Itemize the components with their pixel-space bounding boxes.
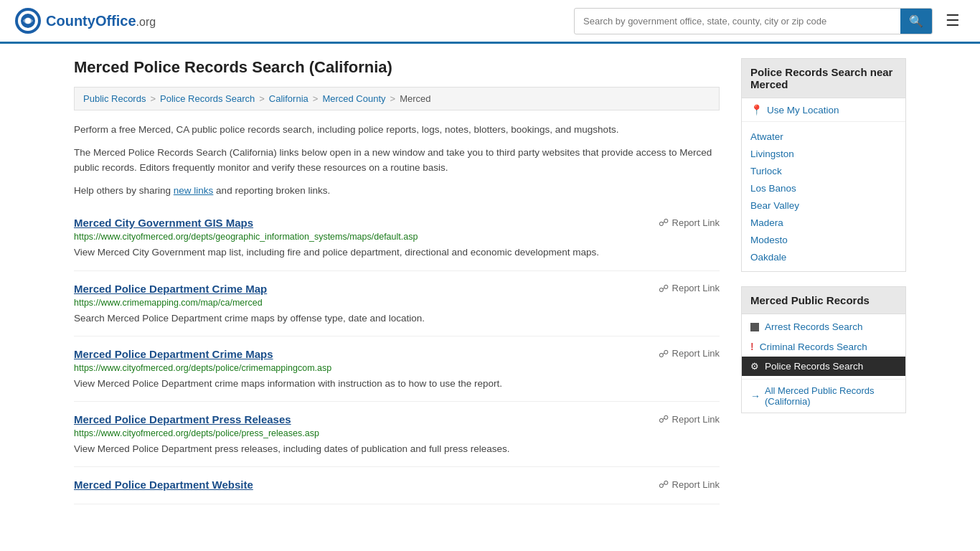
report-icon: ☍ — [659, 413, 669, 425]
breadcrumb: Public Records > Police Records Search >… — [74, 87, 720, 110]
report-icon: ☍ — [659, 217, 669, 228]
public-records-item[interactable]: Arrest Records Search — [742, 317, 905, 336]
nearby-list-item: Livingston — [742, 145, 905, 162]
report-icon: ☍ — [659, 479, 669, 490]
header: CountyOffice.org 🔍 ☰ — [0, 0, 980, 44]
logo-icon — [14, 7, 42, 34]
result-url[interactable]: https://www.cityofmerced.org/depts/geogr… — [74, 232, 720, 242]
result-url[interactable]: https://www.cityofmerced.org/depts/polic… — [74, 363, 720, 373]
report-link[interactable]: ☍ Report Link — [659, 413, 720, 425]
result-item: Merced Police Department Crime Map ☍ Rep… — [74, 271, 720, 336]
result-title[interactable]: Merced Police Department Crime Map — [74, 283, 267, 295]
nearby-section-title: Police Records Search near Merced — [742, 59, 905, 98]
exclamation-icon: ! — [750, 341, 754, 352]
nearby-list-item: Madera — [742, 214, 905, 231]
description-3: Help others by sharing new links and rep… — [74, 183, 720, 199]
result-description: View Merced City Government map list, in… — [74, 245, 720, 260]
result-url[interactable]: https://www.crimemapping.com/map/ca/merc… — [74, 298, 720, 308]
breadcrumb-item-public-records[interactable]: Public Records — [83, 93, 146, 104]
nearby-list: AtwaterLivingstonTurlockLos BanosBear Va… — [742, 122, 905, 271]
public-records-item[interactable]: ⚙ Police Records Search — [742, 357, 905, 376]
result-url[interactable]: https://www.cityofmerced.org/depts/polic… — [74, 428, 720, 438]
nearby-list-item: Bear Valley — [742, 197, 905, 214]
logo-text: CountyOffice.org — [46, 13, 156, 29]
result-header: Merced City Government GIS Maps ☍ Report… — [74, 217, 720, 229]
results-container: Merced City Government GIS Maps ☍ Report… — [74, 205, 720, 504]
result-title[interactable]: Merced City Government GIS Maps — [74, 217, 253, 229]
report-link-label: Report Link — [672, 283, 720, 293]
all-records-link-container: → All Merced Public Records (California) — [742, 379, 905, 413]
result-header: Merced Police Department Crime Map ☍ Rep… — [74, 283, 720, 295]
nearby-link[interactable]: Bear Valley — [750, 200, 799, 211]
result-title[interactable]: Merced Police Department Press Releases — [74, 413, 291, 425]
nearby-list-item: Los Banos — [742, 179, 905, 197]
breadcrumb-item-police-records-search[interactable]: Police Records Search — [160, 93, 255, 104]
page-title: Merced Police Records Search (California… — [74, 58, 720, 77]
search-input[interactable] — [575, 10, 900, 32]
result-item: Merced City Government GIS Maps ☍ Report… — [74, 205, 720, 270]
pin-icon: 📍 — [750, 104, 763, 116]
result-title[interactable]: Merced Police Department Crime Maps — [74, 348, 273, 360]
public-records-link[interactable]: Criminal Records Search — [760, 342, 867, 352]
nearby-section: Police Records Search near Merced 📍 Use … — [741, 58, 906, 272]
result-description: View Merced Police Department crime maps… — [74, 377, 720, 391]
sidebar: Police Records Search near Merced 📍 Use … — [741, 58, 906, 504]
search-button[interactable]: 🔍 — [900, 9, 932, 34]
report-link-label: Report Link — [672, 217, 720, 228]
public-records-link[interactable]: Arrest Records Search — [765, 321, 863, 332]
nearby-list-item: Turlock — [742, 162, 905, 179]
nearby-link[interactable]: Livingston — [750, 149, 794, 159]
use-location-btn[interactable]: 📍 Use My Location — [742, 98, 905, 122]
result-description: Search Merced Police Department crime ma… — [74, 311, 720, 326]
report-link[interactable]: ☍ Report Link — [659, 283, 720, 294]
nearby-link[interactable]: Oakdale — [750, 252, 786, 263]
report-link[interactable]: ☍ Report Link — [659, 479, 720, 490]
content-area: Merced Police Records Search (California… — [74, 58, 720, 504]
description-2: The Merced Police Records Search (Califo… — [74, 145, 720, 176]
main-container: Merced Police Records Search (California… — [60, 44, 920, 519]
breadcrumb-sep-4: > — [390, 93, 396, 104]
breadcrumb-item-merced-county[interactable]: Merced County — [322, 93, 385, 104]
new-links-link[interactable]: new links — [174, 185, 214, 196]
svg-point-3 — [25, 18, 31, 24]
report-icon: ☍ — [659, 283, 669, 294]
search-area: 🔍 ☰ — [574, 8, 966, 34]
breadcrumb-sep-2: > — [259, 93, 265, 104]
gear-icon: ⚙ — [750, 361, 759, 372]
result-header: Merced Police Department Website ☍ Repor… — [74, 479, 720, 491]
result-description: View Merced Police Department press rele… — [74, 442, 720, 456]
result-item: Merced Police Department Crime Maps ☍ Re… — [74, 336, 720, 402]
breadcrumb-sep-1: > — [150, 93, 156, 104]
public-records-list: Arrest Records Search ! Criminal Records… — [742, 314, 905, 379]
nearby-link[interactable]: Los Banos — [750, 183, 796, 194]
breadcrumb-item-merced: Merced — [400, 93, 430, 104]
all-records-link[interactable]: All Merced Public Records (California) — [765, 385, 897, 407]
nearby-list-item: Modesto — [742, 231, 905, 248]
nearby-list-item: Atwater — [742, 128, 905, 145]
report-link[interactable]: ☍ Report Link — [659, 217, 720, 228]
result-item: Merced Police Department Press Releases … — [74, 402, 720, 467]
report-link[interactable]: ☍ Report Link — [659, 348, 720, 359]
nearby-link[interactable]: Atwater — [750, 131, 783, 142]
report-link-label: Report Link — [672, 414, 720, 425]
report-icon: ☍ — [659, 348, 669, 359]
nearby-list-item: Oakdale — [742, 248, 905, 265]
arrow-icon: → — [750, 390, 760, 402]
result-item: Merced Police Department Website ☍ Repor… — [74, 467, 720, 504]
result-header: Merced Police Department Press Releases … — [74, 413, 720, 425]
result-header: Merced Police Department Crime Maps ☍ Re… — [74, 348, 720, 360]
public-records-section: Merced Public Records Arrest Records Sea… — [741, 286, 906, 413]
breadcrumb-sep-3: > — [313, 93, 319, 104]
public-records-item[interactable]: ! Criminal Records Search — [742, 336, 905, 357]
public-records-title: Merced Public Records — [742, 287, 905, 314]
public-records-link[interactable]: Police Records Search — [765, 361, 863, 372]
logo[interactable]: CountyOffice.org — [14, 7, 156, 34]
nearby-link[interactable]: Turlock — [750, 166, 782, 176]
breadcrumb-item-california[interactable]: California — [269, 93, 308, 104]
nearby-link[interactable]: Modesto — [750, 235, 788, 245]
menu-button[interactable]: ☰ — [940, 9, 966, 33]
description-1: Perform a free Merced, CA public police … — [74, 122, 720, 138]
nearby-link[interactable]: Madera — [750, 217, 783, 228]
result-title[interactable]: Merced Police Department Website — [74, 479, 253, 491]
square-icon — [750, 323, 759, 331]
